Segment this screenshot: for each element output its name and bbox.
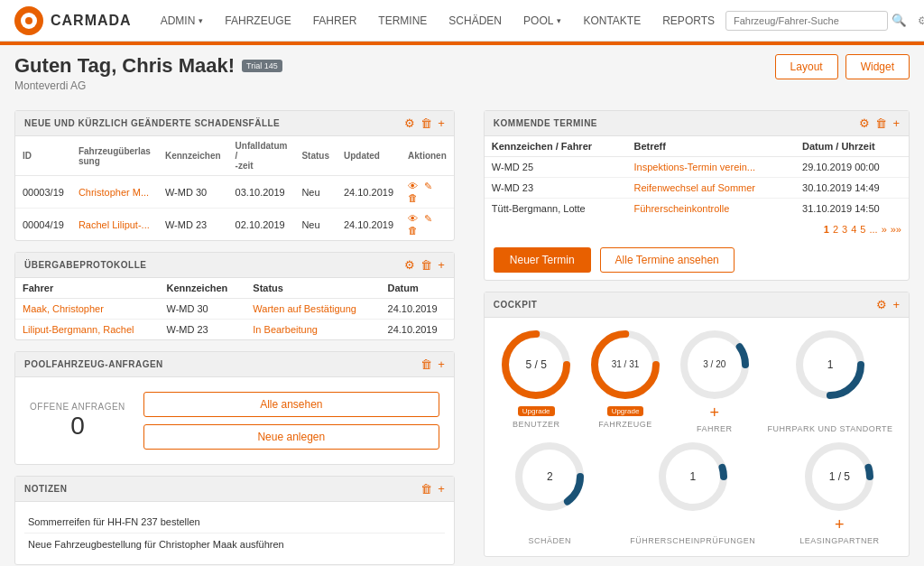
donut-value-0: 5 / 5 [526, 358, 547, 371]
nav-fahrzeuge[interactable]: FAHRZEUGE [214, 0, 301, 42]
layout-button[interactable]: Layout [775, 54, 838, 79]
delete-icon[interactable]: 🗑 [408, 192, 418, 203]
logo-icon [14, 6, 43, 35]
termine-betreff[interactable]: Reifenwechsel auf Sommer [627, 178, 796, 199]
notizen-title: NOTIZEN [24, 484, 67, 494]
page-5[interactable]: 5 [860, 224, 865, 235]
search-area: 🔍 ⚙ ▾ [725, 10, 924, 31]
termine-trash-icon[interactable]: 🗑 [875, 116, 887, 130]
pool-section: POOLFAHRZEUG-ANFRAGEN 🗑 + OFFENE ANFRAGE… [14, 351, 455, 465]
right-column: KOMMENDE TERMINE ⚙ 🗑 + Kennzeichen / Fah… [469, 96, 924, 566]
table-row: W-MD 25 Inspektions-Termin verein... 29.… [485, 157, 909, 178]
donut-value-3: 1 [827, 358, 834, 371]
notizen-trash-icon[interactable]: 🗑 [420, 482, 432, 496]
pool-count: 0 [30, 412, 125, 441]
notiz-item-2: Neue Fahrzeugbestellung für Christopher … [24, 534, 445, 555]
edit-icon[interactable]: 👁 [408, 181, 418, 191]
search-input[interactable] [725, 11, 888, 31]
row-fahrzeug[interactable]: Christopher M... [71, 176, 158, 209]
company-name: Monteverdi AG [14, 79, 282, 92]
uebergabe-icons: ⚙ 🗑 + [404, 258, 445, 272]
delete-icon[interactable]: 🗑 [408, 225, 418, 236]
termine-betreff[interactable]: Inspektions-Termin verein... [627, 157, 796, 178]
row-fahrzeug[interactable]: Rachel Liliput-... [71, 209, 158, 241]
page-4[interactable]: 4 [851, 224, 856, 235]
uebergabe-gear-icon[interactable]: ⚙ [404, 258, 415, 272]
schadensfalle-table: ID Fahrzeugüberlassung Kennzeichen Unfal… [15, 136, 454, 240]
pool-add-icon[interactable]: + [438, 357, 445, 371]
edit-icon[interactable]: 👁 [408, 213, 418, 224]
nav-fahrer[interactable]: FAHRER [302, 0, 368, 42]
row-id: 00003/19 [15, 176, 71, 209]
pool-offene-label: OFFENE ANFRAGEN [30, 402, 125, 412]
donut-2: 3 / 20 [679, 329, 751, 401]
cockpit-item-6: 1 / 5 + LEASINGPARTNER [799, 441, 879, 545]
upgrade-badge[interactable]: Upgrade [607, 406, 644, 416]
donut-value-2: 3 / 20 [703, 359, 725, 370]
neuer-termin-btn[interactable]: Neuer Termin [494, 247, 591, 273]
nav-admin[interactable]: ADMIN ▾ [150, 0, 215, 42]
page-2[interactable]: 2 [833, 224, 838, 235]
page-last[interactable]: »» [891, 224, 901, 235]
nav-schaden[interactable]: SCHÄDEN [438, 0, 513, 42]
proto-fahrer[interactable]: Liliput-Bergmann, Rachel [15, 320, 159, 340]
uebergabe-add-icon[interactable]: + [438, 258, 445, 272]
proto-datum: 24.10.2019 [381, 320, 454, 340]
cockpit-title: COCKPIT [494, 300, 538, 310]
termine-header: KOMMENDE TERMINE ⚙ 🗑 + [485, 111, 909, 136]
termine-buttons: Neuer Termin Alle Termine ansehen [485, 240, 909, 280]
notiz-item-1: Sommerreifen für HH-FN 237 bestellen [24, 511, 445, 534]
termine-gear-icon[interactable]: ⚙ [859, 116, 870, 130]
upgrade-badge[interactable]: Upgrade [518, 406, 555, 416]
page-1[interactable]: 1 [824, 224, 829, 235]
page-next[interactable]: » [882, 224, 887, 235]
termine-section: KOMMENDE TERMINE ⚙ 🗑 + Kennzeichen / Fah… [484, 110, 910, 281]
greeting-area: Guten Tag, Chris Maak! Trial 145 Monteve… [0, 45, 924, 96]
nav-termine[interactable]: TERMINE [367, 0, 438, 42]
widget-button[interactable]: Widget [845, 54, 910, 79]
proto-col-fahrer: Fahrer [15, 278, 159, 299]
termine-icons: ⚙ 🗑 + [859, 116, 900, 130]
page-3[interactable]: 3 [842, 224, 847, 235]
col-aktionen: Aktionen [401, 136, 454, 176]
plus-button[interactable]: + [710, 404, 720, 421]
notizen-content: Sommerreifen für HH-FN 237 bestellen Neu… [15, 502, 454, 564]
nav-kontakte[interactable]: KONTAKTE [572, 0, 651, 42]
admin-caret: ▾ [199, 16, 203, 25]
nav-reports[interactable]: REPORTS [651, 0, 725, 42]
table-row: Maak, Christopher W-MD 30 Warten auf Bes… [15, 299, 454, 320]
donut-5: 1 [657, 441, 729, 513]
termine-col-betreff: Betreff [627, 136, 796, 157]
termine-add-icon[interactable]: + [892, 116, 900, 130]
greeting-text: Guten Tag, Chris Maak! [14, 54, 235, 78]
proto-fahrer[interactable]: Maak, Christopher [15, 299, 159, 320]
greeting-section: Guten Tag, Chris Maak! Trial 145 Monteve… [14, 54, 282, 92]
pool-trash-icon[interactable]: 🗑 [420, 357, 432, 371]
cockpit-add-icon[interactable]: + [892, 298, 900, 311]
table-row: 00003/19 Christopher M... W-MD 30 03.10.… [15, 176, 454, 209]
row-datum: 02.10.2019 [228, 209, 295, 241]
schadensfalle-add-icon[interactable]: + [438, 116, 445, 130]
col-id: ID [15, 136, 71, 176]
notizen-add-icon[interactable]: + [438, 482, 445, 496]
schadensfalle-trash-icon[interactable]: 🗑 [420, 116, 432, 130]
cockpit-gear-icon[interactable]: ⚙ [876, 298, 887, 311]
uebergabe-trash-icon[interactable]: 🗑 [420, 258, 432, 272]
termine-pagination: 1 2 3 4 5 ... » »» [485, 218, 909, 240]
termine-datum: 29.10.2019 00:00 [795, 157, 909, 178]
cockpit-icons: ⚙ + [876, 298, 900, 311]
table-row: Tütt-Bergmann, Lotte Führerscheinkontrol… [485, 199, 909, 219]
alle-termine-btn[interactable]: Alle Termine ansehen [600, 247, 735, 273]
plus-button[interactable]: + [835, 516, 845, 533]
nav-pool[interactable]: POOL ▾ [513, 0, 572, 42]
row-datum: 03.10.2019 [228, 176, 295, 209]
pool-alle-btn[interactable]: Alle ansehen [143, 392, 439, 417]
search-button[interactable]: 🔍 [888, 10, 910, 31]
proto-col-datum: Datum [381, 278, 454, 299]
settings-icon[interactable]: ⚙ ▾ [918, 14, 924, 27]
view-icon[interactable]: ✎ [424, 181, 432, 191]
schadensfalle-gear-icon[interactable]: ⚙ [404, 116, 415, 130]
view-icon[interactable]: ✎ [424, 213, 432, 224]
pool-neu-btn[interactable]: Neue anlegen [143, 424, 439, 450]
termine-betreff[interactable]: Führerscheinkontrolle [627, 199, 796, 219]
